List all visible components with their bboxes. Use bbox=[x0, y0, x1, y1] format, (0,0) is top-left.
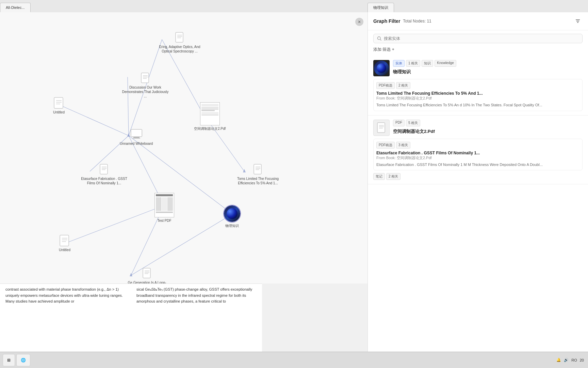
right-panel: Graph Filter Total Nodes: 11 添加 筛选 + bbox=[368, 12, 588, 352]
card-2-info: PDF 5 相关 空间调制器论文2.Pdf bbox=[393, 120, 435, 135]
svg-line-53 bbox=[380, 39, 381, 40]
document-icon-11 bbox=[141, 267, 153, 279]
graph-node-4[interactable]: 空间调制器论文2.Pdf bbox=[194, 102, 226, 131]
graph-node-1[interactable]: Ering, Adaptive Optics, And Optical Spec… bbox=[156, 31, 203, 53]
tag-pdf-excerpt-2: PDF稿选 bbox=[376, 142, 395, 149]
svg-rect-41 bbox=[60, 235, 69, 246]
note-icon-3 bbox=[53, 97, 65, 109]
tab-right-label: 物理知识 bbox=[373, 5, 388, 10]
node-label-2: Discussion Our Work Demonstrates That Ju… bbox=[121, 85, 169, 98]
pdf-thumb-8 bbox=[154, 193, 174, 217]
card-1-info: 实体 1 相关 知识 Knowledge 物理知识 bbox=[393, 60, 456, 75]
tag-pdf: PDF bbox=[393, 120, 405, 126]
card-list: 实体 1 相关 知识 Knowledge 物理知识 PDF稿选 2 相关 Tom… bbox=[368, 56, 588, 358]
close-button[interactable]: × bbox=[355, 18, 363, 26]
pdf-file-icon bbox=[377, 122, 386, 133]
card-1-title: 物理知识 bbox=[393, 69, 456, 75]
subcard-toms-desc: Toms Limited The Focusing Efficiencies T… bbox=[376, 102, 579, 108]
filter-icon bbox=[575, 18, 581, 24]
tab-left-active[interactable]: All-Dielec... bbox=[0, 3, 31, 12]
tab-right-active[interactable]: 物理知识 bbox=[368, 3, 394, 12]
graph-node-10[interactable]: Untitled bbox=[59, 234, 71, 252]
card-2-tags: PDF 5 相关 bbox=[393, 120, 435, 126]
start-button[interactable]: ⊞ bbox=[3, 354, 15, 366]
node-label-7: Toms Limited The Focusing Efficiencies T… bbox=[234, 177, 282, 185]
node-label-1: Ering, Adaptive Optics, And Optical Spec… bbox=[156, 45, 203, 53]
card-2-title: 空间调制器论文2.Pdf bbox=[393, 128, 435, 135]
graph-node-2[interactable]: Discussion Our Work Demonstrates That Ju… bbox=[121, 72, 169, 98]
tag-note: 笔记 bbox=[373, 173, 385, 180]
taskbar-time: 20 bbox=[580, 358, 584, 362]
search-icon bbox=[377, 36, 382, 41]
document-icon-6 bbox=[98, 163, 110, 175]
taskbar-left: ⊞ 🌐 bbox=[0, 354, 30, 366]
graph-node-11[interactable]: Ge Generation Is A Long-Standing Topic I… bbox=[123, 267, 171, 283]
graph-filter-title: Graph Filter bbox=[373, 18, 400, 24]
pdf-col1: contrast associated with material phase … bbox=[5, 287, 126, 305]
pdf-thumb-4 bbox=[200, 102, 220, 125]
subcard-eta-from: From Book: 空间调制器论文2.Pdf bbox=[376, 155, 579, 160]
taskbar: ⊞ 🌐 🔔 🔊 RO 20 bbox=[0, 352, 588, 368]
subcard-eta-tags: PDF稿选 3 相关 bbox=[376, 142, 579, 149]
graph-node-5[interactable]: Unnamed Whiteboard bbox=[120, 128, 153, 146]
pdf-preview: contrast associated with material phase … bbox=[0, 283, 262, 352]
panel-title-area: Graph Filter Total Nodes: 11 bbox=[373, 18, 431, 24]
tag-pdf-excerpt: PDF稿选 bbox=[376, 82, 395, 89]
node-label-4: 空间调制器论文2.Pdf bbox=[194, 126, 226, 131]
subcard-eta-desc: Etasurface Fabrication . GSST Films Of N… bbox=[376, 162, 579, 168]
subcard-toms-title: Toms Limited The Focusing Efficiencies T… bbox=[376, 91, 579, 96]
subcard-toms-tags: PDF稿选 2 相关 bbox=[376, 82, 579, 89]
document-icon-7 bbox=[252, 163, 264, 175]
node-label-11: Ge Generation Is A Long-Standing Topic I… bbox=[123, 280, 171, 283]
node-label-6: Etasurface Fabrication . GSST Films Of N… bbox=[80, 177, 128, 185]
svg-rect-22 bbox=[141, 73, 149, 83]
tag-2-related: 2 相关 bbox=[396, 82, 410, 89]
card-1-header: 实体 1 相关 知识 Knowledge 物理知识 bbox=[373, 60, 583, 76]
card-2[interactable]: PDF 5 相关 空间调制器论文2.Pdf PDF稿选 3 相关 Etasurf… bbox=[368, 116, 588, 185]
taskbar-right: 🔔 🔊 RO 20 bbox=[556, 358, 588, 362]
graph-node-9[interactable]: 物理知识 bbox=[223, 205, 241, 228]
card-2-thumb bbox=[373, 120, 390, 136]
node-label-8: Test PDF bbox=[157, 218, 171, 223]
pdf-col2: sical Ge₂Sb₂Te₅ (GST) phase-change alloy… bbox=[136, 287, 257, 305]
tab-left-label: All-Dielec... bbox=[6, 5, 25, 10]
graph-node-8[interactable]: Test PDF bbox=[154, 193, 174, 223]
tag-note-related: 2 相关 bbox=[386, 173, 401, 180]
tag-3-related: 3 相关 bbox=[396, 142, 410, 149]
card-1-thumb bbox=[373, 60, 390, 76]
svg-rect-18 bbox=[176, 32, 183, 42]
node-label-9: 物理知识 bbox=[225, 224, 239, 228]
note-tags-row: 笔记 2 相关 bbox=[373, 173, 583, 180]
add-filter[interactable]: 添加 筛选 + bbox=[373, 47, 583, 52]
document-icon-2 bbox=[139, 72, 151, 84]
browser-icon: 🌐 bbox=[21, 358, 26, 363]
note-icon-10 bbox=[59, 234, 71, 247]
close-icon: × bbox=[358, 19, 361, 25]
add-filter-label: 添加 筛选 + bbox=[373, 47, 394, 52]
svg-rect-26 bbox=[54, 97, 63, 108]
graph-canvas[interactable]: Ering, Adaptive Optics, And Optical Spec… bbox=[0, 12, 368, 283]
subcard-toms-from: From Book: 空间调制器论文2.Pdf bbox=[376, 96, 579, 101]
start-icon: ⊞ bbox=[7, 358, 11, 363]
search-box[interactable] bbox=[373, 34, 583, 43]
card-1[interactable]: 实体 1 相关 知识 Knowledge 物理知识 PDF稿选 2 相关 Tom… bbox=[368, 56, 588, 116]
svg-rect-30 bbox=[131, 129, 142, 137]
svg-line-10 bbox=[131, 214, 232, 275]
tab-bar-left: All-Dielec... bbox=[0, 0, 368, 12]
circle-node-9 bbox=[223, 205, 241, 223]
svg-rect-45 bbox=[143, 268, 150, 278]
subcard-toms[interactable]: PDF稿选 2 相关 Toms Limited The Focusing Eff… bbox=[373, 79, 583, 111]
svg-line-8 bbox=[66, 205, 164, 243]
search-input[interactable] bbox=[384, 36, 579, 41]
svg-point-52 bbox=[377, 37, 380, 40]
monitor-icon-5 bbox=[130, 128, 143, 140]
browser-button[interactable]: 🌐 bbox=[16, 354, 30, 366]
graph-node-6[interactable]: Etasurface Fabrication . GSST Films Of N… bbox=[80, 163, 128, 185]
subcard-eta[interactable]: PDF稿选 3 相关 Etasurface Fabrication . GSST… bbox=[373, 139, 583, 171]
graph-node-3[interactable]: Untitled bbox=[53, 97, 65, 114]
tag-knowledge-en: Knowledge bbox=[435, 60, 456, 67]
filter-icon-button[interactable] bbox=[573, 16, 583, 26]
graph-node-7[interactable]: Toms Limited The Focusing Efficiencies T… bbox=[234, 163, 282, 185]
svg-rect-54 bbox=[377, 123, 385, 133]
document-icon-1 bbox=[174, 31, 186, 44]
